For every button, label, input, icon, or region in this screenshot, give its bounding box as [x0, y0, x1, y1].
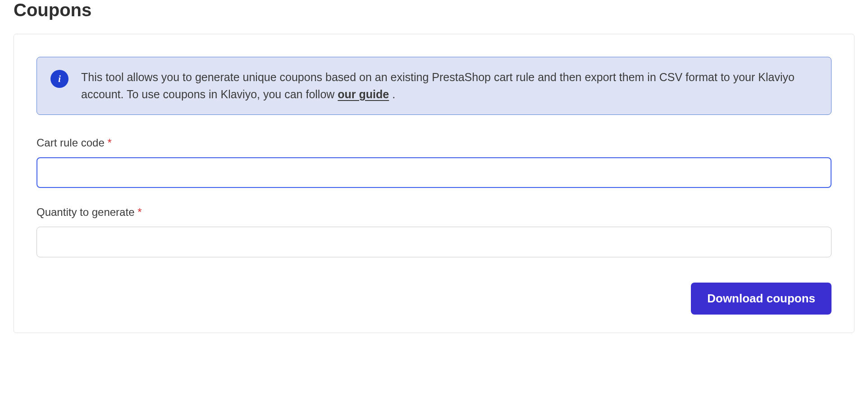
- quantity-label: Quantity to generate *: [37, 206, 831, 219]
- info-guide-link[interactable]: our guide: [338, 88, 389, 100]
- info-icon: i: [50, 70, 69, 88]
- quantity-group: Quantity to generate *: [37, 206, 831, 257]
- info-text-before: This tool allows you to generate unique …: [81, 71, 795, 100]
- quantity-label-text: Quantity to generate: [37, 206, 134, 218]
- coupons-card: i This tool allows you to generate uniqu…: [14, 34, 854, 333]
- info-text: This tool allows you to generate unique …: [81, 69, 818, 103]
- cart-rule-label: Cart rule code *: [37, 137, 831, 149]
- quantity-input[interactable]: [37, 227, 831, 257]
- actions-row: Download coupons: [37, 283, 831, 315]
- info-icon-glyph: i: [58, 74, 61, 84]
- info-text-after: .: [392, 88, 395, 100]
- required-mark: *: [107, 137, 111, 149]
- required-mark: *: [137, 206, 142, 218]
- info-banner: i This tool allows you to generate uniqu…: [37, 57, 831, 115]
- download-coupons-button[interactable]: Download coupons: [691, 283, 831, 315]
- cart-rule-group: Cart rule code *: [37, 137, 831, 188]
- cart-rule-input[interactable]: [37, 157, 831, 188]
- cart-rule-label-text: Cart rule code: [37, 137, 105, 149]
- page-title: Coupons: [14, 0, 854, 20]
